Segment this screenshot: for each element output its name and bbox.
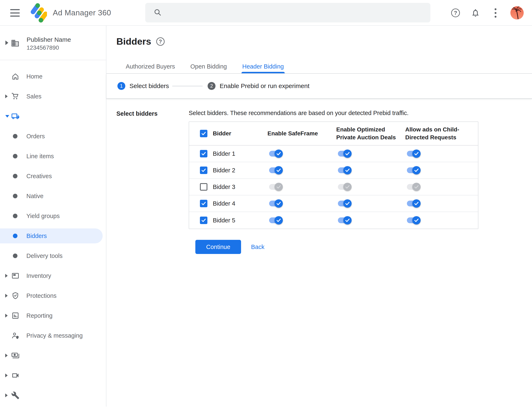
sidebar-item-delivery-tools[interactable]: Delivery tools (0, 246, 106, 266)
sidebar-item-label: Inventory (26, 273, 51, 279)
publisher-name: Publisher Name (27, 36, 71, 43)
sidebar-item-label: Protections (26, 292, 56, 299)
enable-safeframe-toggle[interactable] (269, 166, 283, 174)
row-checkbox[interactable] (200, 200, 207, 207)
sidebar-item-privacy-messaging[interactable]: Privacy & messaging (0, 326, 106, 345)
sidebar-item-label: Home (26, 73, 42, 80)
bullet-icon (13, 154, 17, 158)
publisher-id: 1234567890 (27, 44, 71, 51)
row-checkbox[interactable] (200, 150, 207, 157)
allow-ads-on-child-directed-requests-toggle[interactable] (407, 149, 421, 158)
sidebar-item-label: Video (12, 373, 18, 377)
row-checkbox[interactable] (200, 217, 207, 224)
shield-icon (11, 291, 20, 300)
sidebar-item-label: Sales (26, 93, 41, 100)
building-icon (11, 39, 20, 48)
step-1[interactable]: 1Select bidders (117, 82, 169, 90)
tab-authorized-buyers[interactable]: Authorized Buyers (125, 59, 176, 73)
sidebar-item-billing[interactable]: Billing (0, 345, 106, 366)
tab-open-bidding[interactable]: Open Bidding (190, 59, 228, 73)
enable-safeframe-toggle[interactable] (269, 149, 283, 158)
allow-ads-on-child-directed-requests-toggle[interactable] (407, 183, 421, 191)
continue-button[interactable]: Continue (195, 240, 241, 254)
enable-optimized-private-auction-deals-toggle[interactable] (338, 199, 352, 208)
bullet-icon (13, 134, 17, 139)
sidebar-item-label: Line items (26, 153, 54, 160)
help-icon[interactable]: ? (451, 8, 460, 18)
chevron-right-icon (5, 94, 8, 98)
video-icon: Video (11, 371, 20, 380)
enable-safeframe-toggle[interactable] (269, 199, 283, 208)
allow-ads-on-child-directed-requests-toggle[interactable] (407, 166, 421, 174)
sidebar-item-home[interactable]: Home (0, 66, 106, 86)
ad-manager-logo-icon (30, 2, 47, 24)
allow-ads-on-child-directed-requests-toggle[interactable] (407, 199, 421, 208)
chart-icon (11, 312, 20, 320)
search-bar[interactable] (145, 3, 430, 23)
column-header: Allow ads on Child-Directed Requests (405, 126, 477, 141)
chevron-right-icon (5, 294, 8, 298)
step-2[interactable]: 2Enable Prebid or run experiment (208, 82, 309, 90)
sidebar-item-line-items[interactable]: Line items (0, 146, 106, 166)
notifications-bell-icon[interactable] (470, 8, 480, 18)
sidebar-item-label: Creatives (26, 173, 52, 180)
sidebar-item-label: Delivery tools (26, 252, 63, 259)
admin-icon: Admin (11, 391, 20, 399)
row-checkbox[interactable] (200, 166, 207, 174)
main-content: Bidders ? Authorized BuyersOpen BiddingH… (106, 26, 532, 407)
table-row: Bidder 1 (189, 146, 478, 162)
back-button[interactable]: Back (251, 243, 264, 250)
bidders-table: BidderEnable SafeFrameEnable Optimized P… (189, 121, 478, 229)
sidebar-item-label: Reporting (26, 312, 53, 319)
bidder-name: Bidder 4 (213, 200, 235, 207)
avatar[interactable] (510, 6, 524, 20)
app-title: Ad Manager 360 (53, 0, 111, 26)
sidebar-item-reporting[interactable]: Reporting (0, 306, 106, 326)
sidebar-item-protections[interactable]: Protections (0, 286, 106, 306)
sidebar-item-yield-groups[interactable]: Yield groups (0, 206, 106, 226)
bullet-icon (13, 214, 17, 218)
enable-optimized-private-auction-deals-toggle[interactable] (338, 216, 352, 225)
sidebar-item-bidders[interactable]: Bidders (0, 226, 106, 246)
bidder-name: Bidder 1 (213, 150, 235, 157)
step-number-badge: 1 (117, 82, 125, 90)
section-label: Select bidders (116, 110, 189, 254)
inventory-icon (11, 272, 20, 280)
enable-safeframe-toggle[interactable] (269, 216, 283, 225)
sidebar-item-inventory[interactable]: Inventory (0, 266, 106, 286)
menu-icon[interactable] (10, 9, 20, 17)
bidder-name: Bidder 2 (213, 167, 235, 174)
sidebar-item-sales[interactable]: Sales (0, 86, 106, 106)
table-row: Bidder 4 (189, 196, 478, 212)
sidebar-item-admin[interactable]: Admin (0, 385, 106, 405)
enable-optimized-private-auction-deals-toggle[interactable] (338, 149, 352, 158)
row-checkbox[interactable] (200, 183, 207, 191)
select-all-checkbox[interactable] (200, 130, 207, 137)
tab-header-bidding[interactable]: Header Bidding (242, 59, 285, 73)
sidebar-item-delivery[interactable]: Delivery (0, 106, 106, 126)
enable-optimized-private-auction-deals-toggle[interactable] (338, 166, 352, 174)
sidebar-item-label: Bidders (26, 233, 47, 239)
allow-ads-on-child-directed-requests-toggle[interactable] (407, 216, 421, 225)
home-icon (11, 72, 20, 81)
bullet-icon (13, 254, 17, 258)
enable-optimized-private-auction-deals-toggle[interactable] (338, 183, 352, 191)
sidebar-item-native[interactable]: Native (0, 186, 106, 206)
column-header: Enable Optimized Private Auction Deals (336, 126, 399, 141)
sidebar-item-video[interactable]: Video (0, 366, 106, 385)
sidebar-item-label: Native (26, 193, 43, 200)
sidebar-item-creatives[interactable]: Creatives (0, 166, 106, 186)
more-vertical-icon[interactable] (491, 8, 500, 18)
publisher-switcher[interactable]: Publisher Name 1234567890 (0, 26, 106, 60)
column-header: Bidder (213, 130, 231, 137)
sidebar-item-label: Delivery (12, 114, 19, 119)
enable-safeframe-toggle[interactable] (269, 183, 283, 191)
bullet-icon (13, 194, 17, 198)
chevron-right-icon (5, 393, 8, 398)
top-app-bar: Ad Manager 360 ? (0, 0, 532, 26)
sidebar: Publisher Name 1234567890 HomeSalesDeliv… (0, 26, 106, 407)
search-input[interactable] (167, 9, 417, 16)
table-row: Bidder 2 (189, 162, 478, 179)
sidebar-item-orders[interactable]: Orders (0, 126, 106, 146)
page-title-help-icon[interactable]: ? (156, 37, 165, 46)
